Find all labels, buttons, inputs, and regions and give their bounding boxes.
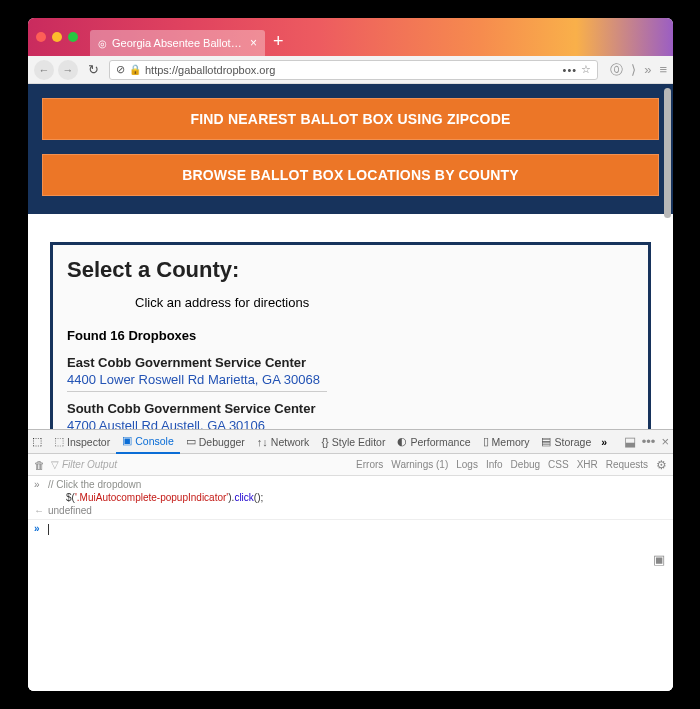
location-item: South Cobb Government Service Center 470… [67,401,634,429]
devtools-tab-memory[interactable]: ▯Memory [477,430,536,454]
overflow-icon[interactable]: » [644,62,651,77]
bookmark-icon[interactable]: ☆ [581,63,591,76]
filter-xhr[interactable]: XHR [577,459,598,470]
devtools-tab-debugger[interactable]: ▭Debugger [180,430,251,454]
location-address-link[interactable]: 4400 Lower Roswell Rd Marietta, GA 30068 [67,372,327,392]
devtools-options-icon[interactable]: ••• [642,434,656,449]
location-name: East Cobb Government Service Center [67,355,634,370]
maximize-window-button[interactable] [68,32,78,42]
devtools-tab-style[interactable]: {}Style Editor [315,430,391,454]
network-icon: ↑↓ [257,436,268,448]
find-by-zipcode-button[interactable]: FIND NEAREST BALLOT BOX USING ZIPCODE [42,98,659,140]
inspector-icon: ⬚ [54,435,64,448]
browse-by-county-button[interactable]: BROWSE BALLOT BOX LOCATIONS BY COUNTY [42,154,659,196]
window-controls [36,32,78,42]
location-name: South Cobb Government Service Center [67,401,634,416]
url-text: https://gaballotdropbox.org [145,64,275,76]
filter-info[interactable]: Info [486,459,503,470]
close-window-button[interactable] [36,32,46,42]
output-arrow-icon: ← [34,505,48,516]
card-hint: Click an address for directions [135,295,634,310]
lock-icon: 🔒 [129,64,141,75]
console-result: undefined [48,505,667,516]
menu-icon[interactable]: ≡ [659,62,667,77]
debugger-icon: ▭ [186,435,196,448]
page-content: FIND NEAREST BALLOT BOX USING ZIPCODE BR… [28,84,673,429]
filter-debug[interactable]: Debug [511,459,540,470]
county-card: Select a County: Click an address for di… [50,242,651,429]
console-code: $('.MuiAutocomplete-popupIndicator').cli… [48,492,667,503]
toolbar: ← → ↻ ⊘ 🔒 https://gaballotdropbox.org ••… [28,56,673,84]
console-comment: // Click the dropdown [48,479,667,490]
perf-icon: ◐ [397,435,407,448]
devtools-tab-console[interactable]: ▣Console [116,430,180,454]
devtools-panel: ⬚ ⬚Inspector ▣Console ▭Debugger ↑↓Networ… [28,429,673,691]
browser-tab[interactable]: ◎ Georgia Absentee Ballot Dropb × [90,30,265,56]
console-output: » // Click the dropdown $('.MuiAutocompl… [28,476,673,691]
location-item: East Cobb Government Service Center 4400… [67,355,634,398]
tab-favicon-icon: ◎ [98,38,107,49]
card-title: Select a County: [67,257,634,283]
shield-icon: ⊘ [116,63,125,76]
minimize-window-button[interactable] [52,32,62,42]
filter-icon: ▽ [51,459,59,470]
location-address-link[interactable]: 4700 Austell Rd Austell, GA 30106 [67,418,327,429]
url-actions-icon[interactable]: ••• [563,64,578,76]
back-button[interactable]: ← [34,60,54,80]
prompt-chevron-icon: » [34,523,48,535]
devtools-tab-inspector[interactable]: ⬚Inspector [48,430,116,454]
filter-css[interactable]: CSS [548,459,569,470]
devtools-close-icon[interactable]: × [661,434,669,449]
tab-close-icon[interactable]: × [250,36,257,50]
clear-console-icon[interactable]: 🗑 [34,459,45,471]
save-icon[interactable]: ⟩ [631,62,636,77]
devtools-dock-icon[interactable]: ⬓ [624,434,636,449]
content-area: Type or Select Cobb County ▲ Chattooga C… [28,214,673,429]
url-bar[interactable]: ⊘ 🔒 https://gaballotdropbox.org ••• ☆ [109,60,598,80]
devtools-tab-storage[interactable]: ▤Storage [535,430,597,454]
reload-button[interactable]: ↻ [88,62,99,77]
storage-icon: ▤ [541,435,551,448]
console-input[interactable] [48,523,667,535]
devtools-tab-network[interactable]: ↑↓Network [251,430,316,454]
filter-requests[interactable]: Requests [606,459,648,470]
found-count: Found 16 Dropboxes [67,328,634,343]
input-chevron-icon: » [34,479,48,490]
gear-icon[interactable]: ⚙ [656,458,667,472]
memory-icon: ▯ [483,435,489,448]
banner: FIND NEAREST BALLOT BOX USING ZIPCODE BR… [28,84,673,214]
filter-input[interactable]: Filter Output [62,459,117,470]
filter-warnings[interactable]: Warnings (1) [391,459,448,470]
style-icon: {} [321,436,328,448]
devtools-more-tabs[interactable]: » [601,436,607,448]
console-filter-bar: 🗑 ▽ Filter Output Errors Warnings (1) Lo… [28,454,673,476]
tab-title: Georgia Absentee Ballot Dropb [112,37,244,49]
tab-bar: ◎ Georgia Absentee Ballot Dropb × + [28,18,673,56]
devtools-tabs: ⬚ ⬚Inspector ▣Console ▭Debugger ↑↓Networ… [28,430,673,454]
forward-button[interactable]: → [58,60,78,80]
browser-window: ◎ Georgia Absentee Ballot Dropb × + ← → … [28,18,673,691]
split-console-icon[interactable]: ▣ [653,552,665,567]
console-icon: ▣ [122,434,132,447]
page-scrollbar[interactable] [664,88,671,218]
devtools-tab-performance[interactable]: ◐Performance [391,430,476,454]
filter-errors[interactable]: Errors [356,459,383,470]
reader-icon[interactable]: ⓪ [610,61,623,79]
inspect-icon[interactable]: ⬚ [32,435,42,448]
new-tab-button[interactable]: + [273,31,284,52]
filter-logs[interactable]: Logs [456,459,478,470]
